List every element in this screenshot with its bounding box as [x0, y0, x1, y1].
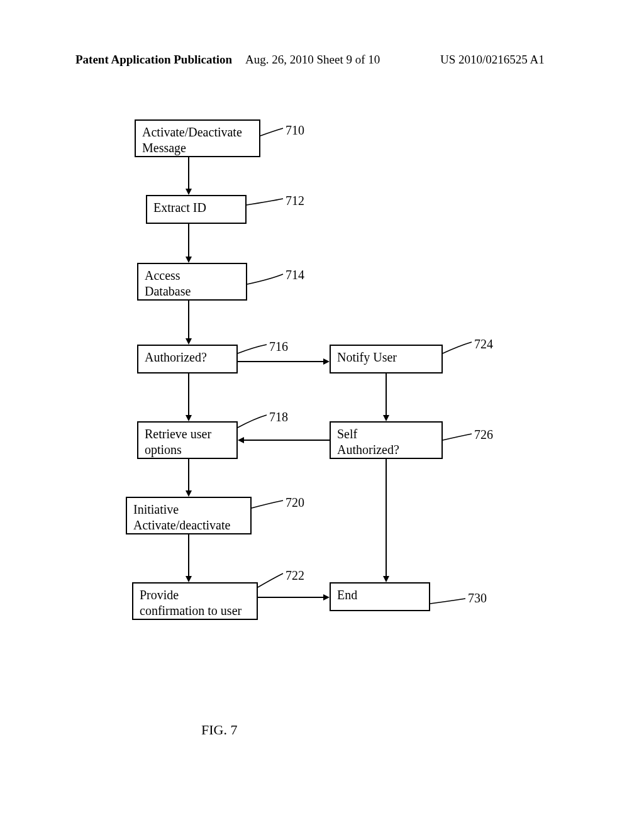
ref-720: 720 [286, 495, 304, 510]
box-end: End [330, 582, 430, 611]
ref-718: 718 [269, 410, 288, 424]
box-authorized: Authorized? [137, 345, 238, 374]
box-self-authorized: SelfAuthorized? [330, 421, 443, 459]
ref-722: 722 [286, 568, 304, 583]
header-left: Patent Application Publication [75, 53, 232, 67]
ref-730: 730 [468, 591, 487, 606]
box-provide-confirmation: Provideconfirmation to user [132, 582, 258, 620]
ref-710: 710 [286, 123, 304, 138]
box-access-database: AccessDatabase [137, 263, 247, 301]
ref-712: 712 [286, 194, 304, 208]
box-activate-deactivate-message: Activate/DeactivateMessage [135, 119, 260, 157]
figure-caption: FIG. 7 [201, 722, 237, 738]
ref-716: 716 [269, 340, 288, 354]
header-mid: Aug. 26, 2010 Sheet 9 of 10 [245, 53, 380, 67]
ref-724: 724 [474, 337, 493, 351]
ref-714: 714 [286, 268, 304, 282]
box-extract-id: Extract ID [146, 195, 247, 224]
flowchart-connectors [0, 0, 644, 830]
box-notify-user: Notify User [330, 345, 443, 374]
box-initiative-activate-deactivate: InitiativeActivate/deactivate [126, 497, 252, 534]
ref-726: 726 [474, 428, 493, 442]
header-right: US 2010/0216525 A1 [440, 53, 545, 67]
box-retrieve-user-options: Retrieve useroptions [137, 421, 238, 459]
